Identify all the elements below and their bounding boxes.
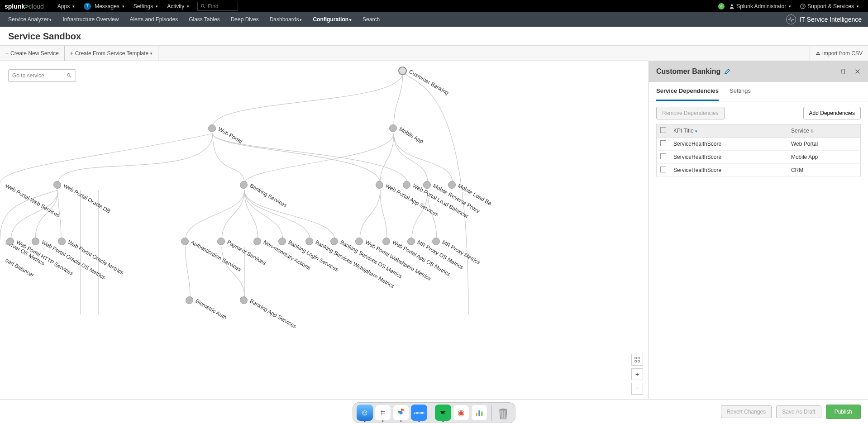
node-mr-proxy-metrics[interactable]: MR Proxy Metrics xyxy=(432,238,486,245)
svg-point-2 xyxy=(731,4,733,6)
zoom-in-button[interactable]: + xyxy=(631,368,643,380)
node-mobile-app[interactable]: Mobile App xyxy=(389,124,426,132)
import-csv-button[interactable]: ⏏ Import from CSV xyxy=(810,46,868,61)
panel-title: Customer Banking xyxy=(656,67,730,76)
itsi-brand[interactable]: IT Service Intelligence xyxy=(786,14,865,24)
col-kpi-title[interactable]: KPI Title ▾ xyxy=(670,124,787,138)
panel-tabs: Service Dependencies Settings xyxy=(649,82,868,101)
plus-icon: + xyxy=(70,50,73,57)
node-banking-app-services[interactable]: Banking App Services xyxy=(240,296,303,304)
splunk-logo[interactable]: splunk>cloud xyxy=(5,3,44,10)
sort-icon: ⇅ xyxy=(811,129,814,133)
details-panel: Customer Banking Service Dependencies Se… xyxy=(649,61,868,400)
chevron-down-icon: ▾ xyxy=(150,51,153,56)
svg-rect-7 xyxy=(635,357,637,359)
toolbar: + Create New Service + Create From Servi… xyxy=(0,46,868,61)
node-banking-services[interactable]: Banking Services xyxy=(240,181,292,189)
delete-icon[interactable] xyxy=(840,68,846,75)
zoom-out-button[interactable]: − xyxy=(631,383,643,395)
health-status-icon[interactable]: ✓ xyxy=(718,3,725,10)
page-header: Service Sandbox xyxy=(0,27,868,46)
nav-search[interactable]: Search xyxy=(357,16,385,23)
main-content: Go to service xyxy=(0,61,868,400)
node-web-portal[interactable]: Web Portal xyxy=(208,124,245,132)
go-to-service-input[interactable]: Go to service xyxy=(8,69,76,82)
activity-menu[interactable]: Activity xyxy=(162,3,194,10)
table-row[interactable]: ServiceHealthScore CRM xyxy=(657,164,861,177)
search-icon xyxy=(200,4,206,9)
col-service[interactable]: Service ⇅ xyxy=(787,124,861,138)
nav-deep-dives[interactable]: Deep Dives xyxy=(225,16,264,23)
svg-rect-8 xyxy=(638,357,640,359)
zoom-controls: + − xyxy=(631,354,643,395)
footer-actions: Revert Changes Save As Draft Publish xyxy=(0,399,868,400)
upload-icon: ⏏ xyxy=(816,50,820,57)
user-icon xyxy=(729,4,734,9)
svg-rect-9 xyxy=(635,361,637,362)
svg-line-1 xyxy=(204,6,205,8)
messages-badge: 7 xyxy=(84,3,91,10)
nav-configuration[interactable]: Configuration xyxy=(307,16,357,23)
global-topbar: splunk>cloud Apps 7 Messages Settings Ac… xyxy=(0,0,868,12)
node-customer-banking[interactable]: Customer Banking xyxy=(398,67,454,75)
fit-button[interactable] xyxy=(631,354,643,366)
plus-icon: + xyxy=(5,50,9,57)
dependencies-table: KPI Title ▾ Service ⇅ ServiceHealthScore… xyxy=(656,124,861,177)
close-icon[interactable] xyxy=(854,68,861,75)
find-input[interactable]: Find xyxy=(197,2,238,11)
table-row[interactable]: ServiceHealthScore Mobile App xyxy=(657,151,861,164)
add-dependencies-button[interactable]: Add Dependencies xyxy=(803,107,861,119)
user-menu[interactable]: Splunk Administrator xyxy=(725,3,796,10)
create-new-service-button[interactable]: + Create New Service xyxy=(0,46,65,61)
table-row[interactable]: ServiceHealthScore Web Portal xyxy=(657,138,861,151)
row-checkbox[interactable] xyxy=(660,167,666,172)
app-navbar: Service Analyzer Infrastructure Overview… xyxy=(0,12,868,27)
row-checkbox[interactable] xyxy=(660,140,666,146)
nav-service-analyzer[interactable]: Service Analyzer xyxy=(3,16,57,23)
node-mobile-load-bal[interactable]: Mobile Load Ba xyxy=(448,181,496,189)
row-checkbox[interactable] xyxy=(660,153,666,159)
node-wp-oracle-db[interactable]: Web Portal Oracle DB xyxy=(53,181,117,189)
node-biometric-auth[interactable]: Biometric Auth xyxy=(186,296,231,304)
edit-icon[interactable] xyxy=(724,68,730,75)
remove-dependencies-button[interactable]: Remove Dependencies xyxy=(656,107,725,119)
tab-service-dependencies[interactable]: Service Dependencies xyxy=(656,82,719,101)
nav-alerts[interactable]: Alerts and Episodes xyxy=(124,16,183,23)
tab-settings[interactable]: Settings xyxy=(730,82,751,101)
apps-menu[interactable]: Apps xyxy=(53,3,79,10)
node-load-balancer-partial[interactable]: oad Balancer xyxy=(0,256,38,263)
service-tree-canvas[interactable]: Go to service xyxy=(0,61,649,400)
search-icon xyxy=(67,73,72,78)
panel-body: Remove Dependencies Add Dependencies KPI… xyxy=(649,101,868,182)
select-all-checkbox[interactable] xyxy=(660,127,666,133)
settings-menu[interactable]: Settings xyxy=(129,3,162,10)
support-menu[interactable]: ? Support & Services xyxy=(796,3,863,10)
svg-rect-10 xyxy=(638,361,640,362)
page-title: Service Sandbox xyxy=(8,31,860,42)
help-icon: ? xyxy=(800,4,806,9)
node-wp-oracle-metrics[interactable]: Web Portal Oracle Metrics xyxy=(58,238,132,245)
svg-line-6 xyxy=(70,76,71,77)
sort-indicator-icon: ▾ xyxy=(695,129,697,133)
messages-menu[interactable]: 7 Messages xyxy=(79,3,129,10)
nav-dashboards[interactable]: Dashboards xyxy=(264,16,308,23)
nav-infra-overview[interactable]: Infrastructure Overview xyxy=(57,16,124,23)
nav-glass-tables[interactable]: Glass Tables xyxy=(183,16,225,23)
svg-point-5 xyxy=(67,74,70,76)
svg-point-0 xyxy=(201,4,204,7)
graph-nodes: Customer Banking Web Portal Mobile App W… xyxy=(0,61,649,400)
itsi-pulse-icon xyxy=(786,14,796,24)
panel-header: Customer Banking xyxy=(649,61,868,82)
svg-text:?: ? xyxy=(802,5,804,9)
create-from-template-button[interactable]: + Create From Service Template ▾ xyxy=(65,46,159,61)
fit-icon xyxy=(634,357,640,363)
